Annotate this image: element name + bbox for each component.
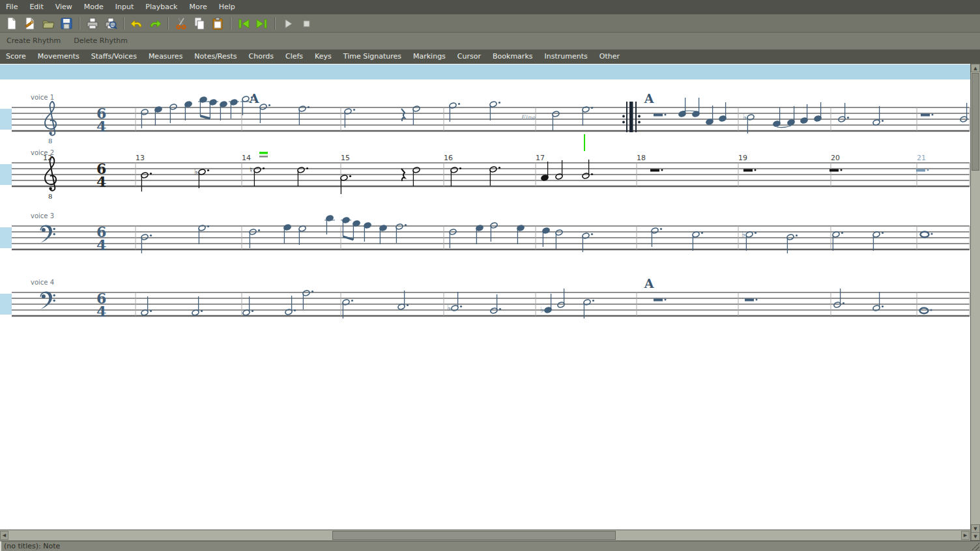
note[interactable]: ♭: [742, 230, 757, 251]
note[interactable]: [242, 296, 253, 316]
note[interactable]: [449, 229, 457, 248]
horizontal-scrollbar[interactable]: ◀ ▶: [0, 530, 970, 541]
scroll-right-arrow[interactable]: ▶: [961, 531, 970, 540]
menu-edit[interactable]: Edit: [23, 0, 49, 14]
stop-button[interactable]: [297, 15, 315, 32]
create-rhythm-button[interactable]: Create Rhythm: [0, 33, 67, 49]
menu-instruments[interactable]: Instruments: [539, 49, 594, 64]
menu-file[interactable]: File: [0, 0, 23, 14]
note[interactable]: [829, 169, 843, 172]
titles-band[interactable]: [0, 64, 970, 79]
menu-markings[interactable]: Markings: [407, 49, 452, 64]
note[interactable]: [198, 225, 209, 244]
note[interactable]: [719, 102, 727, 122]
note[interactable]: ♭: [194, 167, 209, 188]
vertical-scroll-thumb[interactable]: [972, 73, 979, 171]
staff-selector[interactable]: [0, 109, 12, 130]
staff-selector[interactable]: [0, 227, 12, 248]
menu-input[interactable]: Input: [109, 0, 139, 14]
note[interactable]: [654, 114, 667, 117]
staff-voice-1[interactable]: voice 1864AA♭Fine: [0, 91, 970, 145]
cut-button[interactable]: [172, 15, 190, 32]
note[interactable]: [192, 296, 203, 316]
menu-other[interactable]: Other: [594, 49, 626, 64]
menu-chords[interactable]: Chords: [243, 49, 280, 64]
menu-staffs-voices[interactable]: Staffs/Voices: [85, 49, 143, 64]
note[interactable]: [872, 292, 884, 311]
note[interactable]: [412, 106, 420, 125]
note[interactable]: [298, 106, 310, 125]
vertical-scrollbar[interactable]: ▲ ▼ ▼: [970, 64, 980, 541]
note[interactable]: [229, 99, 239, 119]
note[interactable]: [184, 101, 192, 120]
note[interactable]: [476, 225, 483, 244]
note[interactable]: [743, 169, 757, 172]
menu-notes-rests[interactable]: Notes/Rests: [188, 49, 242, 64]
redo-button[interactable]: [146, 15, 164, 32]
note[interactable]: [960, 103, 968, 122]
menu-cursor[interactable]: Cursor: [452, 49, 487, 64]
note[interactable]: [353, 220, 360, 240]
scroll-left-arrow[interactable]: ◀: [0, 531, 8, 540]
staff-voice-4[interactable]: voice 464A♭♭: [0, 276, 970, 320]
menu-help[interactable]: Help: [213, 0, 241, 14]
note[interactable]: [141, 296, 152, 316]
open-button[interactable]: [39, 15, 57, 32]
go-first-button[interactable]: [235, 15, 253, 32]
note[interactable]: [298, 225, 306, 245]
note[interactable]: [654, 299, 667, 302]
note[interactable]: [449, 102, 460, 122]
scroll-up-arrow[interactable]: ▲: [971, 64, 980, 72]
horizontal-scroll-thumb[interactable]: [332, 531, 616, 540]
score-canvas[interactable]: voice 1864AA♭Finevoice 28641213141516171…: [0, 64, 971, 530]
note[interactable]: [916, 169, 929, 172]
print-preview-button[interactable]: [102, 15, 120, 32]
note[interactable]: [412, 167, 420, 186]
note[interactable]: [650, 169, 663, 172]
note[interactable]: [555, 160, 563, 180]
scroll-down-arrow2[interactable]: ▼: [971, 532, 980, 541]
menu-mode[interactable]: Mode: [78, 0, 109, 14]
save-button[interactable]: [57, 15, 76, 32]
note[interactable]: [208, 99, 218, 119]
note[interactable]: [283, 224, 291, 244]
note[interactable]: [489, 101, 500, 120]
note[interactable]: [285, 296, 296, 315]
copy-button[interactable]: [190, 15, 209, 32]
play-button[interactable]: [279, 15, 297, 32]
note[interactable]: [324, 215, 335, 234]
note[interactable]: [838, 103, 849, 122]
menu-time-signatures[interactable]: Time Signatures: [338, 49, 407, 64]
menu-movements[interactable]: Movements: [32, 49, 85, 64]
note[interactable]: ♭: [447, 292, 462, 313]
note[interactable]: [692, 231, 703, 251]
paste-button[interactable]: [209, 15, 227, 32]
open-wizard-button[interactable]: [21, 15, 39, 32]
note[interactable]: [341, 217, 351, 236]
menu-bookmarks[interactable]: Bookmarks: [487, 49, 538, 64]
note[interactable]: [582, 106, 593, 126]
print-button[interactable]: [83, 15, 102, 32]
menu-more[interactable]: More: [183, 0, 212, 14]
staff-voice-3[interactable]: voice 364♭: [0, 212, 970, 253]
note[interactable]: [920, 308, 932, 313]
note[interactable]: [198, 96, 209, 116]
menu-keys[interactable]: Keys: [309, 49, 338, 64]
note[interactable]: [832, 231, 843, 251]
menu-view[interactable]: View: [50, 0, 78, 14]
resize-grip[interactable]: [972, 543, 979, 550]
delete-rhythm-button[interactable]: Delete Rhythm: [67, 33, 134, 49]
note[interactable]: [517, 225, 525, 244]
menu-playback[interactable]: Playback: [139, 0, 183, 14]
staff-selector[interactable]: [0, 294, 12, 315]
undo-button[interactable]: [128, 15, 146, 32]
note[interactable]: [773, 107, 781, 127]
note[interactable]: [220, 101, 227, 120]
note[interactable]: [344, 108, 355, 128]
note[interactable]: [745, 299, 758, 302]
note[interactable]: [340, 175, 351, 194]
menu-clefs[interactable]: Clefs: [280, 49, 309, 64]
note[interactable]: [921, 232, 933, 237]
menu-measures[interactable]: Measures: [143, 49, 188, 64]
new-button[interactable]: [3, 15, 21, 32]
